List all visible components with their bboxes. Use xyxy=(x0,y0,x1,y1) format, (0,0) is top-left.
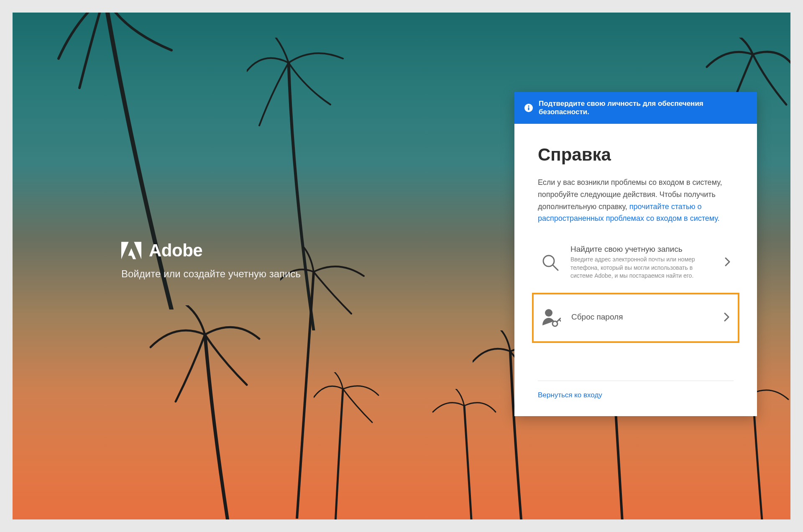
svg-line-11 xyxy=(559,320,561,321)
svg-point-4 xyxy=(528,105,529,107)
svg-marker-0 xyxy=(134,242,141,259)
back-to-signin-link[interactable]: Вернуться ко входу xyxy=(538,391,602,399)
chevron-right-icon xyxy=(724,257,731,269)
brand-block: Adobe Войдите или создайте учетную запис… xyxy=(121,240,301,280)
find-account-title: Найдите свою учетную запись xyxy=(570,245,714,254)
svg-marker-1 xyxy=(121,242,129,259)
login-help-screen: Adobe Войдите или создайте учетную запис… xyxy=(13,13,790,519)
reset-password-text: Сброс пароля xyxy=(571,312,713,323)
reset-password-title: Сброс пароля xyxy=(571,312,713,322)
card-description: Если у вас возникли проблемы со входом в… xyxy=(538,176,734,225)
svg-line-7 xyxy=(553,265,558,270)
card-body: Справка Если у вас возникли проблемы со … xyxy=(514,124,757,356)
find-account-option[interactable]: Найдите свою учетную запись Введите адре… xyxy=(538,236,734,289)
palm-silhouette xyxy=(280,247,372,519)
card-footer: Вернуться ко входу xyxy=(538,381,734,399)
help-card: Подтвердите свою личность для обеспечени… xyxy=(514,92,757,416)
find-account-text: Найдите свою учетную запись Введите адре… xyxy=(570,245,714,280)
svg-marker-2 xyxy=(128,248,136,259)
find-account-sub: Введите адрес электронной почты или номе… xyxy=(570,256,714,280)
search-icon xyxy=(540,253,560,273)
brand-row: Adobe xyxy=(121,240,301,261)
info-icon xyxy=(524,104,533,112)
brand-subtitle: Войдите или создайте учетную запись xyxy=(121,268,301,280)
palm-silhouette xyxy=(138,305,263,519)
palm-silhouette xyxy=(247,38,364,330)
brand-name: Adobe xyxy=(149,240,202,261)
adobe-logo-icon xyxy=(121,242,141,259)
reset-password-option[interactable]: Сброс пароля xyxy=(532,293,739,343)
palm-silhouette xyxy=(314,372,381,519)
info-banner-text: Подтвердите свою личность для обеспечени… xyxy=(539,100,747,116)
palm-silhouette xyxy=(431,389,498,519)
svg-rect-5 xyxy=(528,107,529,110)
svg-point-8 xyxy=(545,309,552,317)
user-key-icon xyxy=(541,308,561,328)
card-title: Справка xyxy=(538,145,734,165)
info-banner: Подтвердите свою личность для обеспечени… xyxy=(514,92,757,124)
chevron-right-icon xyxy=(724,312,730,324)
